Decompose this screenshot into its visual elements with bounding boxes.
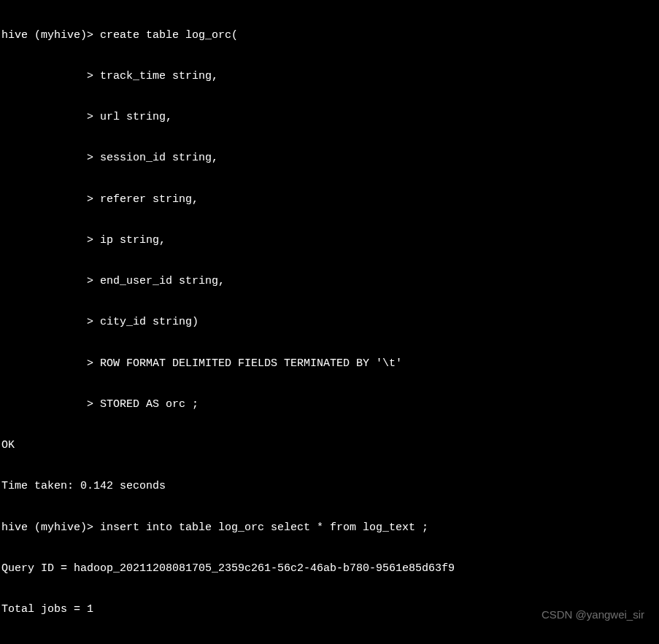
watermark: CSDN @yangwei_sir [542,608,644,622]
output-line: > track_time string, [1,70,658,84]
output-line: Time taken: 0.142 seconds [1,480,658,494]
output-line: Query ID = hadoop_20211208081705_2359c26… [1,562,658,576]
output-line: OK [1,439,658,453]
output-line: > end_user_id string, [1,275,658,289]
output-line: > city_id string) [1,316,658,330]
output-line: > session_id string, [1,152,658,166]
output-line: > referer string, [1,193,658,207]
output-line: > url string, [1,111,658,125]
output-line: > ROW FORMAT DELIMITED FIELDS TERMINATED… [1,357,658,371]
output-line: hive (myhive)> insert into table log_orc… [1,521,658,535]
output-line: > ip string, [1,234,658,248]
output-line: hive (myhive)> create table log_orc( [1,29,658,43]
output-line: > STORED AS orc ; [1,398,658,412]
terminal-output[interactable]: hive (myhive)> create table log_orc( > t… [0,0,659,644]
